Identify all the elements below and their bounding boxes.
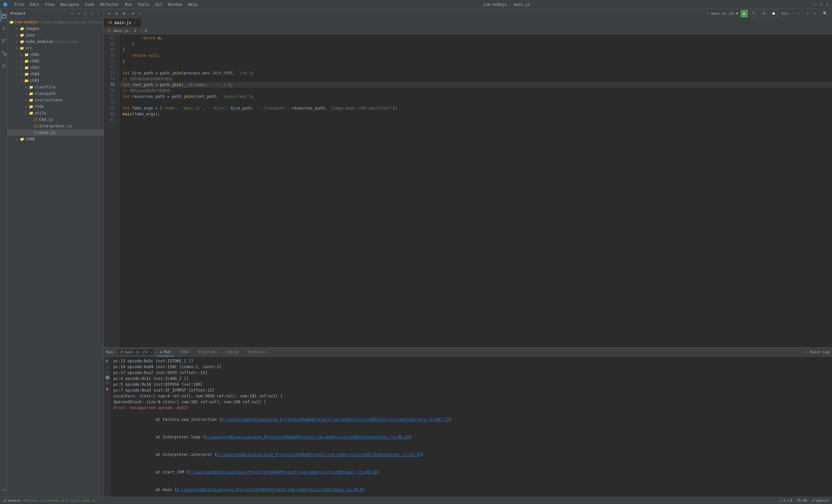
build-button[interactable]: 🔨 [750, 10, 758, 17]
toolbar-locate-btn[interactable]: ⊙ [106, 11, 112, 16]
tree-cmd-js[interactable]: ▶ JS Cmd.js [8, 116, 103, 123]
close-button[interactable]: ✕ [825, 2, 829, 7]
tab-main-js-close[interactable]: ✕ [133, 21, 137, 25]
coverage-button[interactable]: ⬡ [760, 10, 767, 17]
code-editor[interactable]: 67 68 69 70 71 72 73 74 75 76 77 78 79 8… [104, 34, 832, 347]
toolbar-settings-btn[interactable]: ⚙ [130, 11, 136, 16]
menu-window[interactable]: Window [166, 2, 185, 7]
menu-view[interactable]: View [43, 2, 57, 7]
console-step-out-icon[interactable]: ⬤ [105, 375, 109, 379]
panel-locate-icon[interactable]: ⊙ [70, 11, 75, 16]
menu-file[interactable]: File [12, 2, 27, 7]
tree-src[interactable]: ▼ 📂 src [8, 45, 103, 51]
menu-refactor[interactable]: Refactor [98, 2, 122, 7]
undo-btn[interactable]: ↩ [805, 11, 811, 16]
console-collapse-icon[interactable]: ▼ [106, 387, 108, 392]
tab-main-js[interactable]: JS main.js ✕ [104, 19, 141, 27]
console-link-1[interactable]: E:\LearningDisk\Learning_Projects\MyWebP… [205, 435, 410, 439]
console-link-4[interactable]: E:\LearningDisk\Learning_Projects\MyWebP… [177, 487, 362, 492]
activity-commit-icon[interactable] [1, 23, 7, 34]
console-link-0[interactable]: E:\LearningDisk\Learning_Projects\MyWebP… [221, 417, 449, 422]
toolbar-expand-all-btn[interactable]: ⊞ [121, 11, 127, 16]
console-link-3[interactable]: E:\LearningDisk\Learning_Projects\MyWebP… [188, 470, 376, 474]
tree-images[interactable]: ▶ 📁 images [8, 25, 103, 32]
status-line-col: 75:48 [796, 499, 807, 503]
activity-pullrequests-icon[interactable] [1, 35, 7, 47]
bottom-settings-icon[interactable]: ⚙ [803, 350, 809, 355]
status-git-branch[interactable]: ⎇ master [3, 499, 21, 503]
tree-interpreter-js[interactable]: ▶ JS Interpreter.js [8, 123, 103, 129]
menu-git[interactable]: Git [153, 2, 165, 7]
console-step-in-icon[interactable]: ⬥ [106, 370, 108, 374]
menu-help[interactable]: Help [186, 2, 200, 7]
tree-java[interactable]: ▶ 📁 java [8, 32, 103, 38]
git-status-btn[interactable]: Git: ✓ ✓ ↑ [780, 11, 802, 16]
activity-project-icon[interactable] [1, 10, 7, 22]
event-log-btn[interactable]: Event Log [810, 350, 829, 354]
console-step-over-icon[interactable]: ⬦ [106, 365, 108, 369]
bottom-tab-debug[interactable]: Debug [223, 348, 241, 356]
menu-code[interactable]: Code [82, 2, 97, 7]
bottom-tab-run[interactable]: ▶ Run [157, 348, 174, 356]
bottom-tab-todo[interactable]: TODO [177, 348, 192, 356]
tree-ch01-label: ch01 [30, 52, 39, 57]
toolbar-minus-btn[interactable]: ─ [137, 11, 144, 16]
panel-settings-icon[interactable]: ⚙ [89, 11, 94, 16]
menu-edit[interactable]: Edit [27, 2, 42, 7]
run-config-dropdown[interactable]: ▼ [736, 11, 738, 16]
tree-ch02-label: ch02 [30, 59, 39, 63]
tree-main-js[interactable]: ▶ JS main.js [8, 129, 103, 136]
bottom-run-config[interactable]: JS main.js (5) ✕ [118, 349, 154, 355]
tree-rtda-arrow: ▶ [24, 104, 29, 109]
status-git-master[interactable]: ⎇ master [811, 499, 829, 503]
activity-npm-icon[interactable]: npm [1, 484, 7, 496]
tab-main-js-label: main.js [115, 21, 131, 25]
console-area: ▶ ⬦ ⬥ ⬤ ↺ ▼ pc:13 opcode:0x3c inst:ISTOR… [104, 357, 832, 497]
minimize-button[interactable]: ─ [813, 2, 818, 7]
tree-classfile[interactable]: ▶ 📁 classfile [8, 84, 103, 90]
maximize-button[interactable]: □ [819, 2, 824, 7]
tree-classpath[interactable]: ▶ 📁 classpath [8, 90, 103, 97]
console-output[interactable]: pc:13 opcode:0x3c inst:ISTORE_1 [] pc:14… [111, 357, 832, 497]
breadcrumb-file[interactable]: main.js [113, 29, 128, 33]
console-link-2[interactable]: E:\LearningDisk\Learning_Projects\MyWebP… [217, 452, 421, 457]
profile-button[interactable]: ⬢ [770, 10, 777, 17]
status-warnings[interactable]: ⚠ 2 ✕ 6 [780, 499, 793, 503]
tree-root[interactable]: ▼ 📁 jvm-nodejs E:\LearningDisk\Learning_… [8, 19, 103, 25]
panel-expand-icon[interactable]: ⊞ [82, 11, 88, 16]
console-run-icon[interactable]: ▶ [106, 358, 108, 363]
toolbar-collapse-all-btn[interactable]: ⊟ [114, 11, 120, 16]
tree-ch02[interactable]: ▶ 📁 ch02 [8, 58, 103, 64]
tree-ch05[interactable]: ▼ 📂 ch05 [8, 77, 103, 84]
bottom-tab-problems[interactable]: Problems [195, 348, 220, 356]
menu-navigate[interactable]: Navigate [58, 2, 82, 7]
run-button[interactable]: ▶ [741, 10, 748, 17]
activity-favorites-icon[interactable] [1, 60, 7, 72]
menu-tools[interactable]: Tools [135, 2, 152, 7]
tree-ch06[interactable]: ▶ 📁 ch06 [8, 136, 103, 142]
tree-node-modules[interactable]: ▶ 📁 node_modules library root [8, 38, 103, 45]
code-line-77: let resources_path = path.join(root_path… [120, 94, 832, 100]
status-warnings-count: 2 [783, 499, 785, 503]
activity-structure-icon[interactable] [1, 48, 7, 59]
search-btn[interactable]: 🔍 [821, 11, 829, 16]
redo-btn[interactable]: ↪ [812, 11, 818, 16]
code-lines[interactable]: return m; } } return null; } [120, 34, 832, 347]
tree-ch04-label: ch04 [30, 72, 39, 76]
tree-utils[interactable]: ▶ 📁 utils [8, 110, 103, 116]
tree-ch03[interactable]: ▶ 📁 ch03 [8, 64, 103, 71]
tree-ch01[interactable]: ▶ 📁 ch01 [8, 51, 103, 58]
panel-close-icon[interactable]: ─ [96, 11, 101, 16]
panel-collapse-icon[interactable]: ⊟ [76, 11, 81, 16]
bottom-run-config-close[interactable]: ✕ [150, 350, 152, 354]
tree-rtda-icon: 📁 [29, 104, 34, 109]
tree-rtda[interactable]: ▶ 📁 rtda [8, 103, 103, 110]
ln-69: 69 [104, 47, 117, 53]
menu-run[interactable]: Run [122, 2, 134, 7]
console-restart-icon[interactable]: ↺ [106, 380, 108, 385]
run-config-label[interactable]: main.js (5) [711, 11, 735, 16]
tree-ch04[interactable]: ▶ 📁 ch04 [8, 71, 103, 77]
bottom-run-config-label: main.js (5) [125, 350, 149, 354]
bottom-tab-terminal[interactable]: Terminal [244, 348, 269, 356]
tree-instructions[interactable]: ▶ 📁 instructions [8, 97, 103, 103]
